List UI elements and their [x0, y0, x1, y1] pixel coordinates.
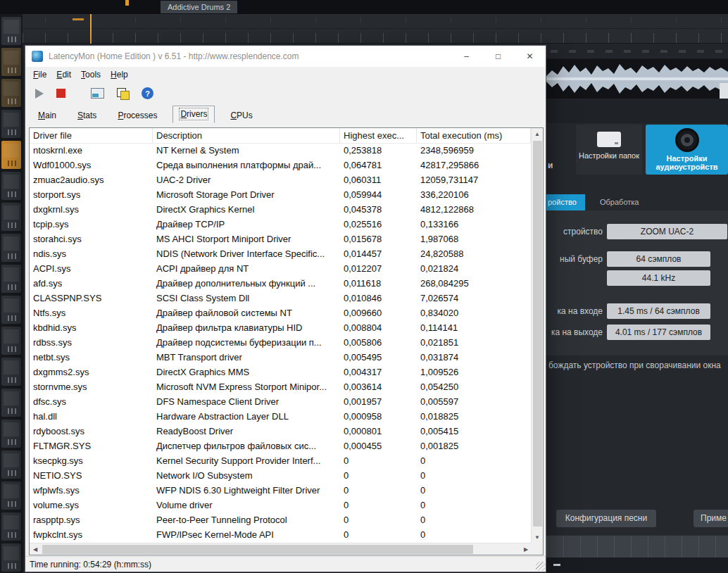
song-config-button[interactable]: Конфигурация песни — [556, 510, 656, 527]
track-module[interactable] — [1, 17, 21, 45]
table-row[interactable]: afd.sysДрайвер дополнительных функций ..… — [30, 277, 531, 291]
setting-value-dropdown[interactable]: 64 сэмплов — [607, 251, 710, 267]
table-row[interactable]: hal.dllHardware Abstraction Layer DLL0,0… — [30, 410, 531, 424]
table-row[interactable]: stornvme.sysMicrosoft NVM Express Storpo… — [30, 380, 531, 395]
scroll-left-icon[interactable]: ◀ — [30, 543, 41, 555]
scroll-right-icon[interactable]: ▶ — [520, 543, 532, 555]
latencymon-window: LatencyMon (Home Edition ) v 6.51 - http… — [25, 45, 546, 572]
track-module[interactable] — [1, 265, 21, 293]
table-row[interactable]: zmuac2audio.sysUAC-2 Driver0,06031112059… — [30, 173, 531, 188]
tab-drivers[interactable]: Drivers — [172, 106, 215, 123]
table-row[interactable]: dfsc.sysDFS Namespace Client Driver0,001… — [30, 395, 531, 410]
track-module[interactable] — [1, 451, 21, 479]
panel-tab-processing[interactable]: Обработка — [593, 194, 646, 210]
clipped-button-label: и — [548, 160, 553, 170]
table-row[interactable]: Ntfs.sysДрайвер файловой системы NT0,009… — [30, 306, 531, 321]
table-row[interactable]: rdbss.sysДрайвер подсистемы буферизации … — [30, 336, 531, 351]
track-module[interactable] — [1, 110, 21, 138]
menu-item-file[interactable]: File — [28, 70, 51, 80]
tab-stats[interactable]: Stats — [72, 108, 102, 123]
copy-icon[interactable] — [117, 88, 129, 99]
table-row[interactable]: NETIO.SYSNetwork I/O Subsystem00 — [30, 469, 531, 484]
track-module[interactable] — [1, 141, 21, 169]
horizontal-scrollbar[interactable]: ◀ ▶ — [30, 543, 532, 555]
column-header-4[interactable]: Total execution (ms) — [417, 128, 531, 143]
column-header-2[interactable]: Description — [153, 128, 340, 143]
track-module[interactable] — [1, 79, 21, 107]
vertical-scrollbar[interactable]: ▲ ▼ — [531, 128, 543, 543]
resize-grip[interactable] — [536, 562, 545, 571]
table-row[interactable]: tcpip.sysДрайвер TCP/IP0,0255160,133166 — [30, 218, 531, 232]
column-header-1[interactable]: Driver file — [30, 128, 153, 143]
ruler-divider — [0, 28, 728, 29]
table-row[interactable]: Wdf01000.sysСреда выполнения платформы д… — [30, 158, 531, 173]
tab-processes[interactable]: Processes — [112, 108, 163, 123]
horizontal-scroll-thumb[interactable] — [42, 545, 473, 554]
track-module[interactable] — [1, 203, 21, 231]
track-module[interactable] — [1, 420, 21, 448]
setting-value-dropdown[interactable]: 4.01 ms / 177 сэмплов — [607, 325, 710, 340]
stop-icon[interactable] — [56, 89, 65, 98]
close-button[interactable]: ✕ — [514, 46, 546, 67]
track-module[interactable] — [1, 296, 21, 324]
release-device-label[interactable]: бождать устройство при сворачивании окна — [548, 360, 728, 370]
help-icon[interactable]: ? — [142, 87, 153, 99]
table-row[interactable]: kbdhid.sysДрайвер фильтра клавиатуры HID… — [30, 321, 531, 336]
audio-settings-button[interactable]: Настройки аудиоустройств — [646, 125, 728, 175]
track-module[interactable] — [1, 481, 21, 510]
table-cell: 1,009526 — [417, 365, 531, 380]
track-module[interactable] — [1, 234, 21, 262]
vertical-scroll-thumb[interactable] — [533, 141, 542, 527]
setting-value-dropdown[interactable]: ZOOM UAC-2 — [607, 224, 727, 239]
menu-item-tools[interactable]: Tools — [76, 70, 106, 80]
setting-value-dropdown[interactable]: 1.45 ms / 64 сэмплов — [607, 303, 710, 319]
table-cell: 0 — [417, 454, 531, 469]
table-row[interactable]: raspptp.sysPeer-to-Peer Tunneling Protoc… — [30, 513, 531, 528]
track-module[interactable] — [1, 543, 21, 572]
minimize-button[interactable]: – — [451, 46, 482, 67]
track-module[interactable] — [1, 358, 21, 386]
table-row[interactable]: rdyboost.sysReadyBoost Driver0,0008010,0… — [30, 424, 531, 439]
tab-main[interactable]: Main — [32, 108, 62, 123]
drivers-listview: Driver fileDescriptionHighest exec...Tot… — [29, 127, 544, 555]
panel-tab-device[interactable]: ройство — [546, 194, 585, 210]
table-row[interactable]: storahci.sysMS AHCI Storport Miniport Dr… — [30, 232, 531, 247]
table-row[interactable]: dxgkrnl.sysDirectX Graphics Kernel0,0453… — [30, 203, 531, 218]
table-row[interactable]: storport.sysMicrosoft Storage Port Drive… — [30, 188, 531, 203]
menu-item-help[interactable]: Help — [106, 70, 133, 80]
table-row[interactable]: ksecpkg.sysKernel Security Support Provi… — [30, 454, 531, 469]
play-icon[interactable] — [35, 89, 44, 99]
daw-timeline-ruler[interactable] — [0, 14, 728, 44]
track-module[interactable] — [1, 389, 21, 417]
scroll-down-icon[interactable]: ▼ — [532, 531, 544, 543]
scroll-up-icon[interactable]: ▲ — [532, 128, 544, 139]
track-module[interactable] — [1, 48, 21, 76]
track-module[interactable] — [1, 512, 21, 541]
table-cell: Kernel Security Support Provider Interf.… — [153, 454, 340, 469]
track-module[interactable] — [1, 172, 21, 200]
table-row[interactable]: volume.sysVolume driver00 — [30, 498, 531, 513]
table-row[interactable]: ndis.sysNDIS (Network Driver Interface S… — [30, 247, 531, 262]
table-row[interactable]: ntoskrnl.exeNT Kernel & System0,25381823… — [30, 144, 531, 158]
playhead-cursor[interactable] — [90, 14, 92, 44]
folder-settings-button[interactable]: Настройки папок — [576, 125, 642, 175]
setting-value-dropdown[interactable]: 44.1 kHz — [607, 270, 710, 286]
maximize-button[interactable]: □ — [482, 46, 514, 67]
table-row[interactable]: CLASSPNP.SYSSCSI Class System Dll0,01084… — [30, 291, 531, 306]
report-icon[interactable] — [91, 88, 104, 99]
table-cell: 0,021851 — [417, 336, 531, 351]
tab-cpus[interactable]: CPUs — [225, 108, 258, 123]
menu-item-edit[interactable]: Edit — [51, 70, 76, 80]
track-module[interactable] — [1, 327, 21, 355]
table-row[interactable]: netbt.sysMBT Transport driver0,0054950,0… — [30, 351, 531, 365]
title-bar[interactable]: LatencyMon (Home Edition ) v 6.51 - http… — [25, 46, 546, 67]
table-row[interactable]: wfplwfs.sysWFP NDIS 6.30 Lightweight Fil… — [30, 484, 531, 498]
table-row[interactable]: dxgmms2.sysDirectX Graphics MMS0,0043171… — [30, 365, 531, 380]
table-cell: 0,054250 — [417, 380, 531, 395]
table-row[interactable]: fwpkclnt.sysFWP/IPsec Kernel-Mode API00 — [30, 528, 531, 543]
table-row[interactable]: FLTMGR.SYSДиспетчер фильтров файловых си… — [30, 439, 531, 454]
column-header-3[interactable]: Highest exec... — [340, 128, 417, 143]
table-row[interactable]: ACPI.sysACPI драйвер для NT0,0122070,021… — [30, 262, 531, 277]
plugin-tab-addictive-drums[interactable]: Addictive Drums 2 — [161, 1, 237, 13]
apply-button[interactable]: Приме — [694, 510, 728, 527]
